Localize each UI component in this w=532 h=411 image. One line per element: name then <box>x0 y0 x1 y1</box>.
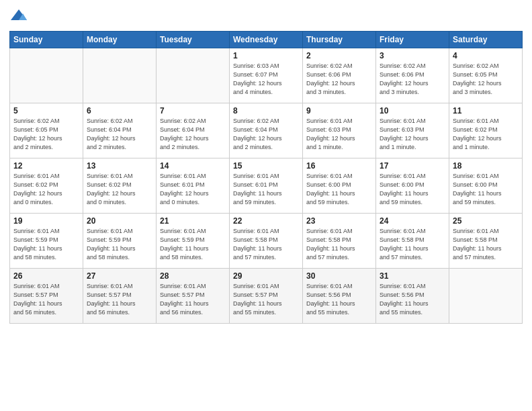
day-cell <box>10 48 83 103</box>
day-number: 12 <box>13 161 79 171</box>
day-info: Sunrise: 6:01 AM Sunset: 5:57 PM Dayligh… <box>87 282 152 317</box>
day-cell <box>157 48 230 103</box>
day-cell: 31Sunrise: 6:01 AM Sunset: 5:56 PM Dayli… <box>376 269 449 324</box>
logo <box>9 7 30 26</box>
day-cell: 14Sunrise: 6:01 AM Sunset: 6:01 PM Dayli… <box>157 158 230 214</box>
day-cell <box>83 48 157 103</box>
day-number: 29 <box>233 271 299 281</box>
day-cell: 16Sunrise: 6:01 AM Sunset: 6:00 PM Dayli… <box>303 158 376 214</box>
day-number: 31 <box>380 271 445 281</box>
day-info: Sunrise: 6:01 AM Sunset: 5:59 PM Dayligh… <box>87 227 152 262</box>
day-number: 24 <box>380 216 445 226</box>
day-number: 28 <box>160 271 226 281</box>
day-cell: 5Sunrise: 6:02 AM Sunset: 6:05 PM Daylig… <box>10 103 83 158</box>
day-info: Sunrise: 6:01 AM Sunset: 6:03 PM Dayligh… <box>306 117 372 152</box>
day-cell: 11Sunrise: 6:01 AM Sunset: 6:02 PM Dayli… <box>449 103 523 158</box>
day-cell: 20Sunrise: 6:01 AM Sunset: 5:59 PM Dayli… <box>83 214 157 269</box>
day-number: 18 <box>453 161 519 171</box>
day-info: Sunrise: 6:01 AM Sunset: 6:02 PM Dayligh… <box>87 172 152 207</box>
day-info: Sunrise: 6:01 AM Sunset: 5:59 PM Dayligh… <box>13 227 79 262</box>
page: SundayMondayTuesdayWednesdayThursdayFrid… <box>0 0 532 411</box>
day-number: 2 <box>306 51 372 60</box>
day-number: 8 <box>233 106 299 116</box>
day-cell: 24Sunrise: 6:01 AM Sunset: 5:58 PM Dayli… <box>376 214 449 269</box>
day-cell: 23Sunrise: 6:01 AM Sunset: 5:58 PM Dayli… <box>303 214 376 269</box>
day-cell: 28Sunrise: 6:01 AM Sunset: 5:57 PM Dayli… <box>157 269 230 324</box>
day-number: 25 <box>453 216 519 226</box>
day-cell: 8Sunrise: 6:02 AM Sunset: 6:04 PM Daylig… <box>230 103 303 158</box>
day-cell: 15Sunrise: 6:01 AM Sunset: 6:01 PM Dayli… <box>230 158 303 214</box>
day-info: Sunrise: 6:02 AM Sunset: 6:06 PM Dayligh… <box>380 62 445 97</box>
day-cell: 13Sunrise: 6:01 AM Sunset: 6:02 PM Dayli… <box>83 158 157 214</box>
day-info: Sunrise: 6:02 AM Sunset: 6:05 PM Dayligh… <box>453 62 519 97</box>
weekday-header-monday: Monday <box>83 32 157 48</box>
day-info: Sunrise: 6:01 AM Sunset: 5:58 PM Dayligh… <box>306 227 372 262</box>
day-cell: 3Sunrise: 6:02 AM Sunset: 6:06 PM Daylig… <box>376 48 449 103</box>
day-info: Sunrise: 6:01 AM Sunset: 5:58 PM Dayligh… <box>453 227 519 262</box>
day-info: Sunrise: 6:01 AM Sunset: 5:58 PM Dayligh… <box>380 227 445 262</box>
day-number: 26 <box>13 271 79 281</box>
day-number: 1 <box>233 51 299 60</box>
day-info: Sunrise: 6:01 AM Sunset: 5:57 PM Dayligh… <box>233 282 299 317</box>
day-cell: 29Sunrise: 6:01 AM Sunset: 5:57 PM Dayli… <box>230 269 303 324</box>
day-number: 16 <box>306 161 372 171</box>
day-info: Sunrise: 6:01 AM Sunset: 6:00 PM Dayligh… <box>380 172 445 207</box>
day-cell: 25Sunrise: 6:01 AM Sunset: 5:58 PM Dayli… <box>449 214 523 269</box>
week-row-5: 26Sunrise: 6:01 AM Sunset: 5:57 PM Dayli… <box>10 269 523 324</box>
day-cell: 19Sunrise: 6:01 AM Sunset: 5:59 PM Dayli… <box>10 214 83 269</box>
day-info: Sunrise: 6:01 AM Sunset: 5:57 PM Dayligh… <box>13 282 79 317</box>
day-info: Sunrise: 6:02 AM Sunset: 6:04 PM Dayligh… <box>160 117 226 152</box>
header <box>9 7 523 26</box>
day-cell: 27Sunrise: 6:01 AM Sunset: 5:57 PM Dayli… <box>83 269 157 324</box>
day-info: Sunrise: 6:01 AM Sunset: 5:59 PM Dayligh… <box>160 227 226 262</box>
day-info: Sunrise: 6:01 AM Sunset: 5:56 PM Dayligh… <box>380 282 445 317</box>
weekday-header-wednesday: Wednesday <box>230 32 303 48</box>
day-cell <box>449 269 523 324</box>
day-cell: 1Sunrise: 6:03 AM Sunset: 6:07 PM Daylig… <box>230 48 303 103</box>
week-row-2: 5Sunrise: 6:02 AM Sunset: 6:05 PM Daylig… <box>10 103 523 158</box>
day-cell: 2Sunrise: 6:02 AM Sunset: 6:06 PM Daylig… <box>303 48 376 103</box>
weekday-header-friday: Friday <box>376 32 449 48</box>
day-number: 7 <box>160 106 226 116</box>
day-info: Sunrise: 6:03 AM Sunset: 6:07 PM Dayligh… <box>233 62 299 97</box>
day-info: Sunrise: 6:01 AM Sunset: 6:03 PM Dayligh… <box>380 117 445 152</box>
day-cell: 18Sunrise: 6:01 AM Sunset: 6:00 PM Dayli… <box>449 158 523 214</box>
day-number: 9 <box>306 106 372 116</box>
day-number: 22 <box>233 216 299 226</box>
day-number: 30 <box>306 271 372 281</box>
day-info: Sunrise: 6:01 AM Sunset: 6:01 PM Dayligh… <box>160 172 226 207</box>
calendar-table: SundayMondayTuesdayWednesdayThursdayFrid… <box>9 31 523 324</box>
weekday-header-row: SundayMondayTuesdayWednesdayThursdayFrid… <box>10 32 523 48</box>
day-number: 27 <box>87 271 152 281</box>
week-row-1: 1Sunrise: 6:03 AM Sunset: 6:07 PM Daylig… <box>10 48 523 103</box>
day-cell: 21Sunrise: 6:01 AM Sunset: 5:59 PM Dayli… <box>157 214 230 269</box>
day-info: Sunrise: 6:02 AM Sunset: 6:04 PM Dayligh… <box>87 117 152 152</box>
day-cell: 10Sunrise: 6:01 AM Sunset: 6:03 PM Dayli… <box>376 103 449 158</box>
day-number: 4 <box>453 51 519 60</box>
day-cell: 12Sunrise: 6:01 AM Sunset: 6:02 PM Dayli… <box>10 158 83 214</box>
day-number: 17 <box>380 161 445 171</box>
weekday-header-thursday: Thursday <box>303 32 376 48</box>
day-info: Sunrise: 6:01 AM Sunset: 6:00 PM Dayligh… <box>453 172 519 207</box>
day-number: 10 <box>380 106 445 116</box>
day-number: 3 <box>380 51 445 60</box>
day-info: Sunrise: 6:02 AM Sunset: 6:04 PM Dayligh… <box>233 117 299 152</box>
day-number: 23 <box>306 216 372 226</box>
day-info: Sunrise: 6:02 AM Sunset: 6:05 PM Dayligh… <box>13 117 79 152</box>
day-cell: 4Sunrise: 6:02 AM Sunset: 6:05 PM Daylig… <box>449 48 523 103</box>
day-info: Sunrise: 6:01 AM Sunset: 5:56 PM Dayligh… <box>306 282 372 317</box>
day-cell: 6Sunrise: 6:02 AM Sunset: 6:04 PM Daylig… <box>83 103 157 158</box>
day-cell: 22Sunrise: 6:01 AM Sunset: 5:58 PM Dayli… <box>230 214 303 269</box>
weekday-header-tuesday: Tuesday <box>157 32 230 48</box>
day-info: Sunrise: 6:01 AM Sunset: 6:01 PM Dayligh… <box>233 172 299 207</box>
day-info: Sunrise: 6:01 AM Sunset: 5:57 PM Dayligh… <box>160 282 226 317</box>
week-row-4: 19Sunrise: 6:01 AM Sunset: 5:59 PM Dayli… <box>10 214 523 269</box>
day-cell: 9Sunrise: 6:01 AM Sunset: 6:03 PM Daylig… <box>303 103 376 158</box>
day-cell: 30Sunrise: 6:01 AM Sunset: 5:56 PM Dayli… <box>303 269 376 324</box>
day-number: 6 <box>87 106 152 116</box>
day-cell: 26Sunrise: 6:01 AM Sunset: 5:57 PM Dayli… <box>10 269 83 324</box>
week-row-3: 12Sunrise: 6:01 AM Sunset: 6:02 PM Dayli… <box>10 158 523 214</box>
day-number: 11 <box>453 106 519 116</box>
day-number: 21 <box>160 216 226 226</box>
day-number: 15 <box>233 161 299 171</box>
